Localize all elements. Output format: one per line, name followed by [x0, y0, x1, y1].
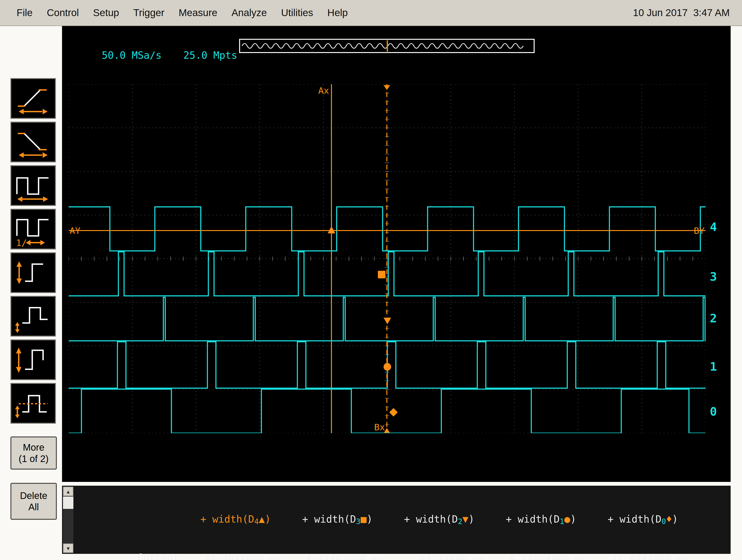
marker-d1-circle[interactable]: [383, 363, 391, 371]
scroll-up-button[interactable]: ▲: [63, 487, 73, 496]
overshoot-icon: [11, 253, 55, 292]
svg-text:1/: 1/: [16, 238, 27, 248]
measurement-value: 4.41492000 ms: [291, 553, 383, 560]
bx-top-marker[interactable]: [383, 85, 390, 90]
measure-fall-time-button[interactable]: [10, 122, 56, 162]
marker-d2-triangle-down[interactable]: [383, 318, 391, 324]
menu-bar: File Control Setup Trigger Measure Analy…: [0, 0, 742, 26]
waveform-screen: 50.0 MSa/s25.0 Mpts Ax AY BY Bx: [62, 26, 731, 482]
v-peak-peak-icon: [11, 340, 55, 379]
measurement-header-d2[interactable]: + width(D2▼): [393, 513, 485, 528]
cursor-ax-label: Ax: [318, 86, 329, 96]
menu-control[interactable]: Control: [40, 7, 86, 18]
menu-trigger[interactable]: Trigger: [126, 7, 172, 18]
measurement-column-d1: + width(D1●) 5.17054000 ms 5.49337950 ms…: [495, 488, 587, 560]
waveform-display[interactable]: Ax AY BY Bx: [69, 84, 705, 433]
oscilloscope-app: File Control Setup Trigger Measure Analy…: [0, 0, 742, 560]
more-label: More: [23, 442, 44, 453]
row-label-current: Current: [75, 552, 179, 560]
measurement-column-d2: + width(D2▼) 64.24000 µs 74.331343 µs 64…: [393, 488, 485, 560]
measure-overshoot-button[interactable]: [10, 252, 56, 293]
delete-all-label-2: All: [29, 501, 39, 513]
measure-v-average-button[interactable]: [10, 383, 56, 424]
measurement-column-d3: + width(D3■) 4.41492000 ms 4.42235900 ms…: [291, 488, 383, 560]
pulse-width-icon: [11, 166, 55, 205]
measurement-value: 38.4621800 ms: [190, 553, 282, 560]
channel-label-d1: 1: [710, 360, 717, 374]
channel-label-d2: 2: [710, 312, 717, 325]
measure-frequency-button[interactable]: 1/: [10, 209, 56, 249]
measurement-column-d0: + width(D0♦) 21.8944000 ms 21.9032554 ms…: [597, 488, 689, 560]
menu-file[interactable]: File: [9, 7, 40, 18]
menu-setup[interactable]: Setup: [86, 7, 126, 18]
frequency-icon: 1/: [11, 210, 55, 248]
fall-time-icon: [11, 123, 55, 161]
results-scrollbar[interactable]: ▲ ▼: [63, 487, 73, 553]
measurement-row-labels: Current Mean Min Max: [75, 488, 179, 560]
marker-d4-triangle[interactable]: [328, 226, 335, 233]
measurement-value: 21.8944000 ms: [597, 553, 689, 560]
v-top-icon: [11, 297, 55, 336]
menu-measure[interactable]: Measure: [171, 7, 224, 18]
acquisition-status: 50.0 MSa/s25.0 Mpts: [66, 38, 237, 72]
measurement-header-d0[interactable]: + width(D0♦): [597, 513, 689, 528]
sample-rate: 50.0 MSa/s: [102, 50, 162, 61]
more-tools-button[interactable]: More (1 of 2): [10, 437, 57, 469]
marker-d3-square[interactable]: [378, 271, 385, 278]
delete-all-label-1: Delete: [20, 490, 47, 501]
menu-analyze[interactable]: Analyze: [224, 7, 274, 18]
menu-help[interactable]: Help: [320, 7, 355, 18]
measurement-header-d3[interactable]: + width(D3■): [291, 513, 383, 528]
measurement-header-d4[interactable]: + width(D4▲): [190, 513, 282, 528]
channel-label-d0: 0: [710, 405, 717, 418]
measure-pulse-width-button[interactable]: [10, 165, 56, 206]
marker-d0-diamond[interactable]: [389, 408, 398, 416]
menu-utilities[interactable]: Utilities: [274, 7, 320, 18]
rise-time-icon: [11, 79, 55, 118]
measurement-column-d4: + width(D4▲) 38.4621800 ms 38.4259294 ms…: [190, 488, 282, 560]
datetime-display: 10 Jun 2017 3:47 AM: [633, 7, 730, 18]
memory-depth: 25.0 Mpts: [183, 50, 237, 61]
measurement-header-d1[interactable]: + width(D1●): [495, 513, 587, 528]
cursor-by-label: BY: [694, 226, 704, 236]
cursor-bx-label: Bx: [374, 422, 385, 433]
scrollbar-thumb[interactable]: [63, 497, 73, 509]
more-page-indicator: (1 of 2): [19, 453, 49, 464]
measure-v-top-button[interactable]: [10, 296, 56, 337]
measurement-value: 5.17054000 ms: [495, 553, 587, 560]
timebase-overview-bar[interactable]: [239, 39, 535, 53]
measurement-value: 64.24000 µs: [393, 553, 485, 560]
channel-label-d4: 4: [710, 220, 717, 234]
measurement-results-panel: ▲ ▼ Current Mean Min Max + width(D4▲) 38…: [62, 486, 731, 554]
delete-all-button[interactable]: Delete All: [10, 483, 57, 520]
overview-waveform: [240, 40, 534, 52]
measure-v-peak-peak-button[interactable]: [10, 339, 56, 380]
cursor-ay-label: AY: [70, 226, 81, 236]
v-average-icon: [11, 384, 55, 423]
scroll-down-button[interactable]: ▼: [63, 544, 73, 553]
channel-label-d3: 3: [710, 270, 717, 284]
measure-rise-time-button[interactable]: [10, 78, 56, 119]
